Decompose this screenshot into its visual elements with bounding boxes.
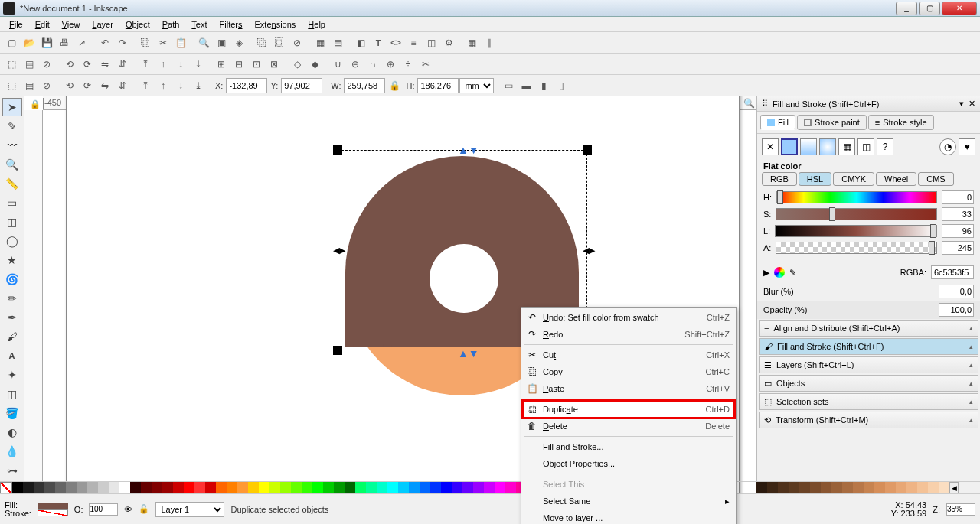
zoom-corner-icon[interactable]: 🔍 [743, 98, 755, 109]
gradient-tool[interactable]: ◐ [2, 423, 22, 441]
swatch[interactable] [109, 482, 119, 493]
affect1-icon[interactable]: ▭ [500, 77, 517, 94]
swatch[interactable] [842, 482, 853, 493]
cutpath-icon[interactable]: ✂ [417, 56, 434, 73]
raise-icon[interactable]: ↑ [155, 56, 172, 73]
h-input[interactable] [417, 78, 459, 93]
raise-top-icon[interactable]: ⤒ [137, 56, 154, 73]
dropper-tool[interactable]: 💧 [2, 442, 22, 461]
tab-stroke-paint[interactable]: Stroke paint [797, 115, 867, 130]
swatch[interactable] [495, 482, 505, 493]
ctx-delete[interactable]: 🗑DeleteDelete [523, 418, 734, 434]
opt2-icon[interactable]: ▤ [21, 77, 38, 94]
color-cmyk-tab[interactable]: CMYK [833, 172, 874, 186]
dock-selsets[interactable]: ⬚Selection sets▴ [759, 393, 978, 410]
fill-pattern-icon[interactable]: ▦ [838, 138, 855, 155]
copy-icon[interactable]: ⿻ [137, 34, 154, 51]
panel-close-icon[interactable]: ✕ [969, 99, 975, 109]
dock-align[interactable]: ≡Align and Distribute (Shift+Ctrl+A)▴ [759, 320, 978, 337]
object-to-path-icon[interactable]: ◇ [289, 56, 305, 73]
swatch[interactable] [853, 482, 864, 493]
ctx-fillstroke[interactable]: Fill and Stroke... [523, 438, 734, 455]
swatch[interactable] [205, 482, 216, 493]
opt-flip2-icon[interactable]: ⇵ [114, 77, 131, 94]
union-icon[interactable]: ∪ [329, 56, 346, 73]
fill-stroke-icon[interactable]: ◧ [352, 34, 369, 51]
fill-unknown-icon[interactable]: ? [877, 138, 893, 155]
snap2-icon[interactable]: ⊟ [230, 56, 247, 73]
ruler-lock-icon[interactable]: 🔒 [28, 98, 43, 110]
swatch[interactable] [162, 482, 173, 493]
color-rgb-tab[interactable]: RGB [762, 172, 797, 186]
opt-stack3-icon[interactable]: ↓ [172, 77, 189, 94]
dock-transform[interactable]: ⟲Transform (Shift+Ctrl+M)▴ [759, 412, 978, 428]
swatch[interactable] [409, 482, 420, 493]
open-icon[interactable]: 📂 [21, 34, 38, 51]
ctx-undo[interactable]: ↶Undo: Set fill color from swatchCtrl+Z [523, 309, 734, 326]
fill-rule-nonzero-icon[interactable]: ♥ [959, 138, 975, 155]
circle-tool[interactable]: ◯ [2, 232, 22, 250]
minimize-button[interactable]: _ [896, 2, 917, 15]
export-icon[interactable]: ↗ [74, 34, 90, 51]
clone-icon[interactable]: ⿴ [271, 34, 288, 51]
swatch[interactable] [173, 482, 184, 493]
cut-icon[interactable]: ✂ [155, 34, 172, 51]
ctx-redo[interactable]: ↷RedoShift+Ctrl+Z [523, 326, 734, 343]
color-palette-right[interactable]: ◀ [756, 481, 980, 493]
snap-icon[interactable]: ⊞ [213, 56, 230, 73]
swatch[interactable] [799, 482, 810, 493]
swatch[interactable] [366, 482, 377, 493]
menu-help[interactable]: Help [302, 18, 332, 31]
swatch[interactable] [291, 482, 302, 493]
prefs-icon[interactable]: ◫ [423, 34, 439, 51]
swatch[interactable] [119, 482, 130, 493]
color-cms-tab[interactable]: CMS [918, 172, 953, 186]
swatch[interactable] [34, 482, 44, 493]
star-tool[interactable]: ★ [2, 251, 22, 269]
unit-select[interactable]: mm [459, 78, 494, 93]
swatch[interactable] [452, 482, 462, 493]
panel-grip-icon[interactable]: ⠿ [762, 99, 768, 109]
node-tool[interactable]: ✎ [2, 117, 22, 135]
intersect-icon[interactable]: ∩ [364, 56, 381, 73]
s-slider[interactable] [776, 208, 937, 220]
rotate-cw-icon[interactable]: ⟳ [79, 56, 96, 73]
menu-edit[interactable]: Edit [29, 18, 56, 31]
ctx-selsame[interactable]: Select Same [523, 493, 734, 509]
swatch[interactable] [917, 482, 928, 493]
rect-tool[interactable]: ▭ [2, 194, 22, 212]
snap4-icon[interactable]: ⊠ [266, 56, 283, 73]
xml-icon[interactable]: <> [387, 34, 404, 51]
swatch[interactable] [767, 482, 778, 493]
blur-input[interactable] [939, 285, 974, 298]
text-tool[interactable]: A [2, 347, 22, 365]
swatch[interactable] [430, 482, 441, 493]
swatch[interactable] [441, 482, 452, 493]
zoom-tool[interactable]: 🔍 [2, 155, 22, 174]
swatch[interactable] [420, 482, 430, 493]
lock-icon[interactable]: 🔒 [386, 77, 403, 94]
bucket-tool[interactable]: 🪣 [2, 404, 22, 422]
menu-file[interactable]: File [3, 18, 29, 31]
save-icon[interactable]: 💾 [38, 34, 55, 51]
affect3-icon[interactable]: ▮ [535, 77, 552, 94]
swatch[interactable] [906, 482, 917, 493]
swatch[interactable] [462, 482, 473, 493]
swatch[interactable] [23, 482, 34, 493]
swatch[interactable] [227, 482, 237, 493]
ungroup-icon[interactable]: ▤ [329, 34, 346, 51]
swatch[interactable] [280, 482, 291, 493]
swatch[interactable] [270, 482, 280, 493]
paste-icon[interactable]: 📋 [172, 34, 189, 51]
print-icon[interactable]: 🖶 [56, 34, 73, 51]
opt-rot2-icon[interactable]: ⟳ [79, 77, 96, 94]
swatch[interactable] [377, 482, 387, 493]
flip-v-icon[interactable]: ⇵ [114, 56, 131, 73]
undo-icon[interactable]: ↶ [96, 34, 113, 51]
swatch[interactable] [44, 482, 55, 493]
opt-flip1-icon[interactable]: ⇋ [96, 77, 113, 94]
swatch[interactable] [87, 482, 98, 493]
swatch[interactable] [312, 482, 323, 493]
swatch[interactable] [398, 482, 409, 493]
swatch[interactable] [77, 482, 87, 493]
